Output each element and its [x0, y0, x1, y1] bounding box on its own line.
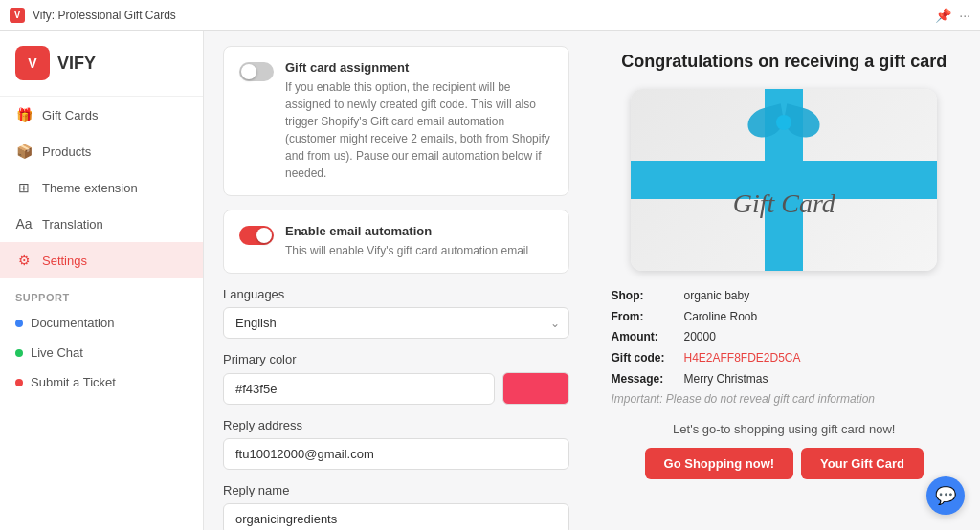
logo-icon: V	[15, 46, 50, 80]
reply-address-section: Reply address	[223, 418, 569, 470]
titlebar-actions: 📌 ···	[935, 8, 970, 23]
color-swatch[interactable]	[502, 372, 569, 405]
your-gift-card-button[interactable]: Your Gift Card	[801, 448, 924, 479]
products-icon: 📦	[15, 143, 33, 160]
documentation-dot	[15, 320, 23, 327]
primary-color-label: Primary color	[223, 352, 569, 366]
translation-icon: Aa	[15, 215, 33, 232]
submit-ticket-dot	[15, 379, 23, 386]
gift-card-assignment-section: Gift card assignment If you enable this …	[223, 46, 569, 196]
gift-card-assignment-toggle[interactable]	[239, 62, 274, 81]
reply-address-input[interactable]	[223, 438, 569, 470]
sidebar-item-label: Translation	[42, 217, 103, 232]
primary-color-section: Primary color	[223, 352, 569, 405]
shop-val: organic baby	[684, 286, 750, 307]
pin-icon[interactable]: 📌	[935, 8, 951, 23]
sidebar-item-settings[interactable]: ⚙ Settings	[0, 242, 203, 278]
gift-card-text: Gift Card	[733, 188, 835, 219]
go-shopping-button[interactable]: Go Shopping now!	[645, 448, 794, 479]
amount-row: Amount: 20000	[612, 327, 958, 348]
email-automation-toggle[interactable]	[239, 226, 274, 245]
preview-panel: Congratulations on receiving a gift card…	[589, 31, 981, 530]
languages-select-wrapper: English French German Spanish ⌄	[223, 307, 569, 339]
email-automation-row: Enable email automation This will enable…	[239, 224, 553, 259]
sidebar-item-live-chat[interactable]: Live Chat	[0, 338, 203, 367]
titlebar: V Vify: Professional Gift Cards 📌 ···	[0, 0, 980, 31]
languages-label: Languages	[223, 287, 569, 301]
email-automation-title: Enable email automation	[285, 224, 528, 238]
important-row: Important: Please do not reveal gift car…	[612, 389, 958, 410]
live-chat-label: Live Chat	[31, 345, 83, 360]
promo-text: Let's go-to shopping using gift card now…	[612, 422, 958, 436]
gift-info: Shop: organic baby From: Caroline Roob A…	[612, 286, 958, 410]
theme-extension-icon: ⊞	[15, 179, 33, 196]
brand-name: VIFY	[57, 54, 96, 74]
gift-code-val: H4E2AFF8FDE2D5CA	[684, 348, 801, 369]
sidebar-logo: V VIFY	[0, 31, 203, 97]
languages-section: Languages English French German Spanish …	[223, 287, 569, 339]
toggle-knob	[256, 228, 272, 243]
languages-select[interactable]: English French German Spanish	[223, 307, 569, 339]
preview-title: Congratulations on receiving a gift card	[612, 50, 958, 74]
sidebar-item-theme-extension[interactable]: ⊞ Theme extension	[0, 169, 203, 206]
primary-color-input[interactable]	[223, 373, 495, 405]
reply-address-label: Reply address	[223, 418, 569, 432]
settings-panel: Gift card assignment If you enable this …	[204, 31, 589, 530]
chat-button[interactable]: 💬	[926, 476, 965, 515]
gift-card-assignment-info: Gift card assignment If you enable this …	[285, 60, 553, 182]
main-content: Gift card assignment If you enable this …	[204, 31, 980, 530]
gift-card-assignment-title: Gift card assignment	[285, 60, 553, 75]
amount-val: 20000	[684, 327, 716, 348]
important-text: Important: Please do not reveal gift car…	[612, 389, 875, 410]
from-row: From: Caroline Roob	[612, 307, 958, 328]
message-key: Message:	[612, 369, 679, 390]
from-val: Caroline Roob	[684, 307, 758, 328]
amount-key: Amount:	[612, 327, 679, 348]
sidebar-item-translation[interactable]: Aa Translation	[0, 206, 203, 242]
from-key: From:	[612, 307, 679, 328]
gift-card-image: Gift Card	[631, 89, 937, 271]
sidebar-item-documentation[interactable]: Documentation	[0, 308, 203, 338]
app-body: V VIFY 🎁 Gift Cards 📦 Products ⊞ Theme e…	[0, 31, 980, 530]
sidebar-item-gift-cards[interactable]: 🎁 Gift Cards	[0, 97, 203, 133]
sidebar-item-label: Gift Cards	[42, 108, 99, 122]
gift-code-key: Gift code:	[612, 348, 679, 369]
email-automation-info: Enable email automation This will enable…	[285, 224, 528, 259]
gift-card-assignment-desc: If you enable this option, the recipient…	[285, 78, 553, 182]
more-icon[interactable]: ···	[959, 8, 970, 23]
preview-buttons: Go Shopping now! Your Gift Card	[612, 448, 958, 479]
bow	[747, 108, 820, 137]
settings-icon: ⚙	[15, 252, 33, 269]
gift-cards-icon: 🎁	[15, 106, 33, 123]
documentation-label: Documentation	[31, 316, 114, 330]
message-val: Merry Christmas	[684, 369, 768, 390]
window-title: Vify: Professional Gift Cards	[33, 9, 176, 22]
gift-card-assignment-row: Gift card assignment If you enable this …	[239, 60, 553, 182]
app-icon: V	[10, 8, 25, 23]
gift-code-row: Gift code: H4E2AFF8FDE2D5CA	[612, 348, 958, 369]
shop-row: Shop: organic baby	[612, 286, 958, 307]
reply-name-label: Reply name	[223, 483, 569, 497]
live-chat-dot	[15, 349, 23, 357]
sidebar: V VIFY 🎁 Gift Cards 📦 Products ⊞ Theme e…	[0, 31, 204, 530]
shop-key: Shop:	[612, 286, 679, 307]
sidebar-item-products[interactable]: 📦 Products	[0, 133, 203, 169]
chat-icon: 💬	[935, 485, 956, 506]
email-automation-section: Enable email automation This will enable…	[223, 210, 569, 274]
reply-name-input[interactable]	[223, 503, 569, 530]
reply-name-section: Reply name	[223, 483, 569, 530]
toggle-knob	[241, 64, 256, 79]
message-row: Message: Merry Christmas	[612, 369, 958, 390]
support-label: SUPPORT	[15, 292, 70, 303]
sidebar-item-submit-ticket[interactable]: Submit a Ticket	[0, 367, 203, 397]
support-section: SUPPORT	[0, 278, 203, 308]
submit-ticket-label: Submit a Ticket	[31, 375, 116, 389]
sidebar-item-label: Settings	[42, 254, 87, 268]
sidebar-item-label: Theme extension	[42, 181, 138, 195]
sidebar-item-label: Products	[42, 144, 91, 159]
email-automation-desc: This will enable Vify's gift card automa…	[285, 242, 528, 259]
color-row	[223, 372, 569, 405]
